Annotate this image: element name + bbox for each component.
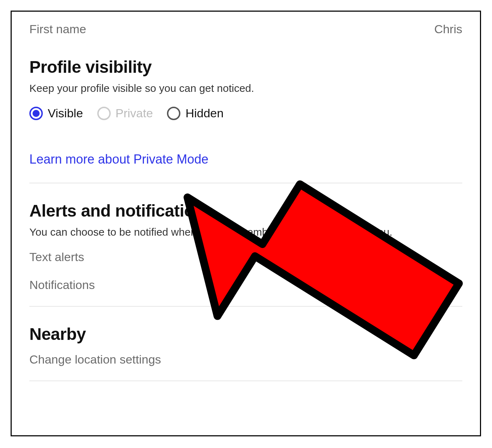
alerts-desc: You can choose to be notified when anoth… xyxy=(29,225,462,240)
visibility-radio-group: Visible Private Hidden xyxy=(29,106,462,120)
radio-label-private: Private xyxy=(116,106,153,120)
radio-label-hidden: Hidden xyxy=(185,106,224,120)
notifications-row[interactable]: Notifications xyxy=(29,278,462,292)
profile-visibility-desc: Keep your profile visible so you can get… xyxy=(29,81,462,96)
change-location-row[interactable]: Change location settings xyxy=(29,353,462,366)
first-name-label: First name xyxy=(29,22,86,36)
visibility-radio-private[interactable]: Private xyxy=(97,106,153,120)
learn-more-link[interactable]: Learn more about Private Mode xyxy=(29,152,462,167)
alerts-title: Alerts and notifications xyxy=(29,201,462,220)
first-name-row[interactable]: First name Chris xyxy=(29,22,462,36)
first-name-value: Chris xyxy=(434,22,462,36)
divider xyxy=(29,183,462,183)
settings-panel: First name Chris Profile visibility Keep… xyxy=(11,11,481,436)
nearby-title: Nearby xyxy=(29,324,462,344)
radio-icon xyxy=(167,107,180,120)
radio-icon xyxy=(29,107,43,120)
profile-visibility-title: Profile visibility xyxy=(29,57,462,77)
radio-icon xyxy=(97,107,111,120)
visibility-radio-visible[interactable]: Visible xyxy=(29,106,83,120)
divider xyxy=(29,381,462,381)
radio-label-visible: Visible xyxy=(48,106,83,120)
divider xyxy=(29,306,462,307)
visibility-radio-hidden[interactable]: Hidden xyxy=(167,106,224,120)
text-alerts-row[interactable]: Text alerts xyxy=(29,250,462,264)
